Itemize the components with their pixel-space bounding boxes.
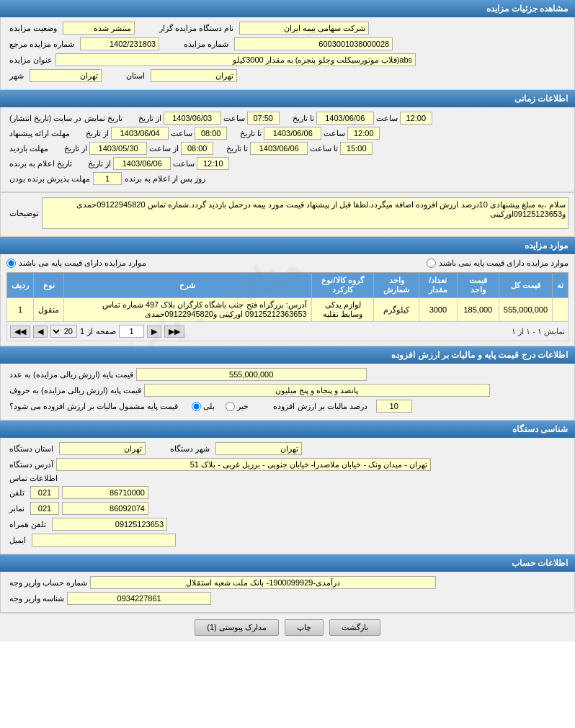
time-info-title: اطلاعات زمانی: [514, 94, 568, 104]
agency-address-input[interactable]: [56, 458, 431, 471]
cell-unit-price: 185,000: [457, 298, 499, 322]
city-input[interactable]: [30, 69, 102, 82]
tax-yes-option: بلی: [192, 402, 215, 411]
mobile-label: تلفن همراه: [6, 520, 49, 529]
publish-to-time[interactable]: [400, 112, 432, 125]
email-input[interactable]: [32, 534, 176, 547]
col-category: گروه کالا/نوع کارکرد: [311, 273, 374, 298]
visit-to-date[interactable]: [250, 142, 308, 155]
last-page-btn[interactable]: ▶▶: [164, 325, 184, 338]
winner-days-label: مهلت پذیرش برنده بودن: [6, 174, 93, 184]
city-label: شهر: [6, 71, 27, 81]
mazayede-number-input[interactable]: [234, 37, 393, 50]
prev-page-btn[interactable]: ◀: [33, 325, 48, 338]
phone-label: تلفن: [6, 488, 27, 498]
publish-from-time[interactable]: [247, 112, 280, 125]
cell-quantity: 3000: [419, 298, 457, 322]
offer-to-date[interactable]: [264, 127, 321, 140]
cell-total-price: 555,000,000: [499, 298, 552, 322]
publish-from-date[interactable]: [164, 112, 221, 125]
table-row: 555,000,000 185,000 3000 کیلوگرم لوازم ی…: [7, 298, 569, 322]
agency-province-input[interactable]: [59, 442, 146, 455]
mazayede-number-label: شماره مزایده: [181, 40, 231, 49]
print-button[interactable]: چاپ: [285, 619, 324, 636]
moarad-option-no-base: موارد مزایده دارای قیمت پایه نمی باشند: [427, 259, 569, 268]
province-input[interactable]: [151, 69, 237, 82]
agency-name-input[interactable]: [239, 22, 369, 35]
phone-code-input[interactable]: [30, 486, 59, 499]
agency-address-label: آدرس دستگاه: [6, 460, 56, 469]
page-input[interactable]: [119, 325, 144, 338]
back-button[interactable]: بازگشت: [329, 619, 380, 636]
agency-city-input[interactable]: [215, 442, 302, 455]
price-tax-header: اطلاعات درج قیمت پایه و مالیات بر ارزش ا…: [0, 346, 575, 364]
moarad-radio-no-base[interactable]: [427, 259, 436, 268]
winner-days-input[interactable]: [93, 172, 122, 185]
to-time-label: ساعت: [376, 114, 398, 123]
next-page-btn[interactable]: ▶: [147, 325, 161, 338]
announce-from-date[interactable]: [113, 157, 171, 170]
total-pages: 1: [80, 327, 84, 336]
moarad-header: موارد مزایده: [0, 237, 575, 254]
account-number-input[interactable]: [90, 576, 436, 589]
tax-no-radio[interactable]: [226, 402, 235, 411]
moarad-option2-label: موارد مزایده دارای قیمت پایه نمی باشند: [439, 259, 569, 268]
bottom-buttons: بازگشت چاپ مدارک پیوستی (1): [0, 613, 575, 642]
title-input[interactable]: [55, 53, 416, 66]
announce-from-time[interactable]: [197, 157, 229, 170]
price-tax-title: اطلاعات درج قیمت پایه و مالیات بر ارزش ا…: [391, 350, 568, 360]
offer-from-time[interactable]: [195, 127, 227, 140]
publish-to-date[interactable]: [316, 112, 374, 125]
status-input[interactable]: [63, 22, 135, 35]
tax-included-label: قیمت پایه مشمول مالیات بر ارزش افزوده می…: [6, 402, 181, 411]
mobile-input[interactable]: [52, 518, 167, 531]
cell-category: لوازم یدکی وسایط نقلیه: [311, 298, 374, 322]
shenas-label: شناسه واریز وجه: [6, 594, 67, 603]
notes-label: توضیحات: [6, 209, 42, 218]
agency-city-label: شهر دستگاه: [167, 444, 213, 454]
col-unit-price: قیمت واحد: [457, 273, 499, 298]
time-info-header: اطلاعات زمانی: [0, 90, 575, 107]
ref-number-label: شماره مزایده مرجع: [6, 40, 77, 49]
page-label: صفحه: [96, 327, 116, 336]
visit-from-time[interactable]: [181, 142, 213, 155]
base-price-text[interactable]: [144, 384, 490, 397]
fax-code-input[interactable]: [30, 502, 59, 515]
shenas-input[interactable]: [67, 592, 211, 605]
agency-info-header: شناسی دستگاه: [0, 421, 575, 438]
ref-number-input[interactable]: [80, 37, 159, 50]
documents-button[interactable]: مدارک پیوستی (1): [195, 619, 279, 636]
publish-label: تاریخ نمایش در سایت (تاریخ انتشار): [6, 114, 125, 123]
cell-type: منقول: [34, 298, 64, 322]
cell-extra: [553, 298, 569, 322]
to-date-label: تا تاریخ: [293, 114, 314, 123]
offer-to-time[interactable]: [347, 127, 380, 140]
tax-yes-radio[interactable]: [192, 402, 201, 411]
col-description: شرح: [64, 273, 312, 298]
email-label: ایمیل: [6, 536, 29, 545]
tax-no-option: خیر: [226, 402, 249, 411]
per-page-select[interactable]: 20 50: [50, 325, 77, 338]
col-quantity: تعداد/مقدار: [419, 273, 457, 298]
col-total-price: قیمت کل: [499, 273, 552, 298]
visit-from-date[interactable]: [89, 142, 147, 155]
phone-input[interactable]: [62, 486, 148, 499]
winner-days-suffix: روز پس از اعلام به برنده: [122, 174, 208, 184]
tax-rate-input[interactable]: [376, 400, 412, 413]
agency-info-title: شناسی دستگاه: [512, 424, 568, 434]
announce-label: تاریخ اعلام به برنده: [6, 159, 75, 168]
base-price-number[interactable]: [136, 368, 367, 381]
moarad-option-has-base: موارد مزایده دارای قیمت پایه می باشند: [6, 259, 146, 268]
offer-from-date[interactable]: [111, 127, 169, 140]
account-label: شماره حساب واریز وجه: [6, 578, 90, 588]
agency-name-label: نام دستگاه مزایده گزار: [156, 24, 236, 33]
showing-text: نمایش ۱ - ۱ از ۱: [512, 327, 565, 336]
notes-textarea[interactable]: [42, 197, 569, 229]
first-page-btn[interactable]: ◀◀: [10, 325, 30, 338]
moarad-radio-has-base[interactable]: [6, 259, 16, 268]
title-label: عنوان مزایده: [6, 55, 55, 65]
contact-header: اطلاعات تماس: [6, 474, 61, 483]
page-of-label: از: [87, 327, 93, 336]
visit-to-time[interactable]: [340, 142, 373, 155]
fax-input[interactable]: [62, 502, 148, 515]
